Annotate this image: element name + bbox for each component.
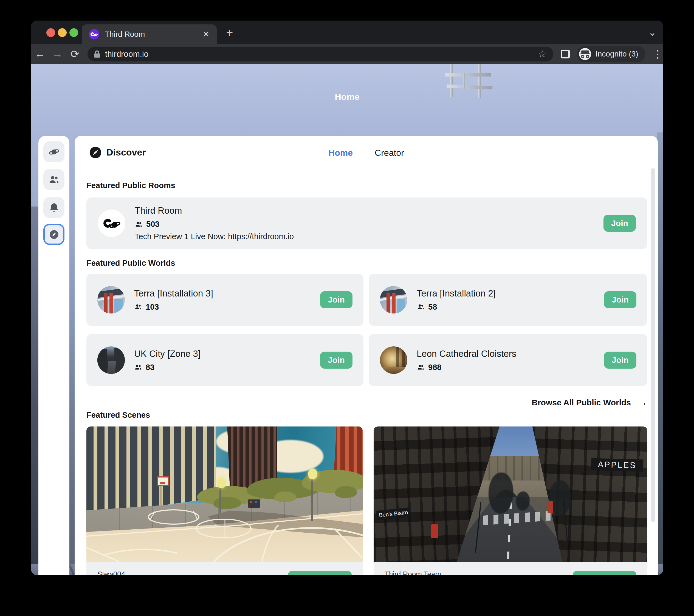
court-lines — [86, 427, 363, 562]
create-world-button[interactable]: Create World — [573, 571, 636, 575]
window-zoom-button[interactable] — [69, 28, 78, 37]
incognito-badge[interactable]: Incognito (3) — [577, 46, 645, 62]
incognito-label: Incognito (3) — [596, 50, 638, 58]
scene-author: Stew004 — [97, 570, 288, 575]
world-member-count: 83 — [146, 363, 154, 372]
thirdroom-favicon-icon — [89, 29, 99, 39]
apples-shop-sign: APPLES — [591, 458, 643, 472]
section-heading-scenes: Featured Scenes — [86, 411, 150, 419]
browser-toolbar: ← → ⟳ thirdroom.io ☆ Incognito (3) ⋮ — [31, 44, 663, 64]
create-world-button[interactable]: Create World — [288, 571, 352, 575]
arrow-right-icon: → — [638, 397, 647, 408]
tab-creator[interactable]: Creator — [375, 148, 404, 158]
scrollbar-thumb[interactable] — [651, 168, 655, 522]
browser-tab-strip: Third Room ✕ + ⌄ — [31, 21, 663, 44]
scene-footer: Stew004 Basketball Court Create World — [86, 562, 363, 575]
sidebar-item-discover-selected[interactable] — [43, 224, 65, 245]
planet-icon — [48, 146, 60, 158]
sidebar-item-notifications[interactable] — [43, 197, 65, 218]
join-room-button[interactable]: Join — [603, 215, 636, 232]
world-card-leon-cathedral[interactable]: Leon Cathedral Cloisters 988 Join — [369, 334, 647, 386]
room-description: Tech Preview 1 Live Now: https://thirdro… — [135, 232, 603, 241]
back-icon[interactable]: ← — [31, 48, 49, 60]
url-text: thirdroom.io — [105, 49, 533, 59]
tab-title: Third Room — [105, 30, 197, 39]
compass-icon — [48, 229, 60, 240]
page-viewport: Home — [31, 64, 663, 575]
room-avatar — [98, 209, 125, 237]
join-world-button[interactable]: Join — [320, 352, 352, 369]
world-avatar — [97, 286, 125, 314]
tab-close-icon[interactable]: ✕ — [203, 29, 209, 39]
world-name: Terra [Installation 3] — [134, 288, 320, 299]
world-name: UK City [Zone 3] — [134, 349, 320, 359]
tab-home[interactable]: Home — [328, 148, 353, 158]
sidebar-item-friends[interactable] — [43, 169, 65, 190]
world-background-left — [31, 207, 39, 575]
browse-all-label: Browse All Public Worlds — [532, 398, 631, 407]
sidebar-item-worlds[interactable] — [43, 141, 65, 162]
window-minimize-button[interactable] — [58, 28, 67, 37]
browser-window: Third Room ✕ + ⌄ ← → ⟳ thirdroom.io ☆ In… — [31, 21, 663, 575]
world-card-terra-2[interactable]: Terra [Installation 2] 58 Join — [369, 274, 647, 326]
join-world-button[interactable]: Join — [320, 291, 352, 308]
reload-icon[interactable]: ⟳ — [66, 48, 84, 60]
scoreboard — [248, 500, 260, 508]
scene-card-uk-city: APPLES Ben's Bistro Third Room Team UK C… — [373, 427, 647, 575]
discover-panel: Discover Home Creator Featured Public Ro… — [75, 136, 658, 575]
room-member-count: 503 — [146, 220, 159, 229]
members-icon — [417, 303, 425, 311]
members-icon — [134, 363, 142, 371]
discover-header: Discover Home Creator — [75, 136, 658, 169]
members-icon — [417, 363, 425, 371]
scene-footer: Third Room Team UK City Create World — [373, 562, 647, 575]
side-panel-icon[interactable] — [561, 50, 570, 58]
new-tab-button[interactable]: + — [226, 27, 233, 39]
room-card-third-room[interactable]: Third Room 503 Tech Preview 1 Live Now: … — [86, 198, 647, 249]
scene-thumbnail-uk-city: APPLES Ben's Bistro — [373, 427, 647, 562]
members-icon — [134, 303, 142, 311]
world-avatar — [97, 347, 125, 374]
world-name: Terra [Installation 2] — [417, 288, 604, 299]
lock-icon — [94, 51, 100, 58]
discover-tabs: Home Creator — [75, 148, 658, 158]
room-name: Third Room — [135, 205, 603, 216]
basketball-hoop — [157, 477, 169, 486]
section-heading-worlds: Featured Public Worlds — [86, 259, 175, 268]
world-card-uk-city-zone3[interactable]: UK City [Zone 3] 83 Join — [86, 334, 363, 386]
world-member-count: 103 — [146, 302, 159, 312]
browse-all-public-worlds-link[interactable]: Browse All Public Worlds → — [532, 397, 647, 408]
phone-booth — [548, 501, 553, 513]
world-avatar — [380, 286, 407, 314]
section-heading-rooms: Featured Public Rooms — [86, 181, 175, 190]
world-name: Leon Cathedral Cloisters — [417, 349, 604, 359]
scene-author: Third Room Team — [385, 570, 573, 575]
scene-card-basketball-court: Stew004 Basketball Court Create World — [86, 427, 363, 575]
app-sidebar: M — [38, 136, 69, 575]
world-avatar — [380, 347, 407, 374]
window-close-button[interactable] — [47, 28, 55, 37]
world-member-count: 988 — [428, 363, 441, 372]
address-bar[interactable]: thirdroom.io ☆ — [88, 46, 553, 61]
incognito-icon — [579, 48, 591, 60]
scene-thumbnail-basketball-court — [86, 427, 363, 562]
bell-icon — [48, 202, 60, 213]
bookmark-star-icon[interactable]: ☆ — [538, 48, 547, 60]
tab-search-chevron-icon[interactable]: ⌄ — [648, 26, 656, 38]
members-icon — [135, 220, 143, 228]
world-card-terra-3[interactable]: Terra [Installation 3] 103 Join — [86, 274, 363, 326]
browser-menu-icon[interactable]: ⋮ — [653, 48, 663, 60]
join-world-button[interactable]: Join — [604, 291, 636, 308]
browser-tab[interactable]: Third Room ✕ — [82, 24, 217, 44]
world-member-count: 58 — [428, 302, 437, 312]
red-postbox — [431, 524, 438, 538]
people-icon — [48, 174, 60, 185]
forward-icon[interactable]: → — [49, 48, 66, 60]
join-world-button[interactable]: Join — [604, 352, 636, 369]
world-background-right — [657, 132, 663, 575]
world-header-title: Home — [31, 92, 663, 102]
